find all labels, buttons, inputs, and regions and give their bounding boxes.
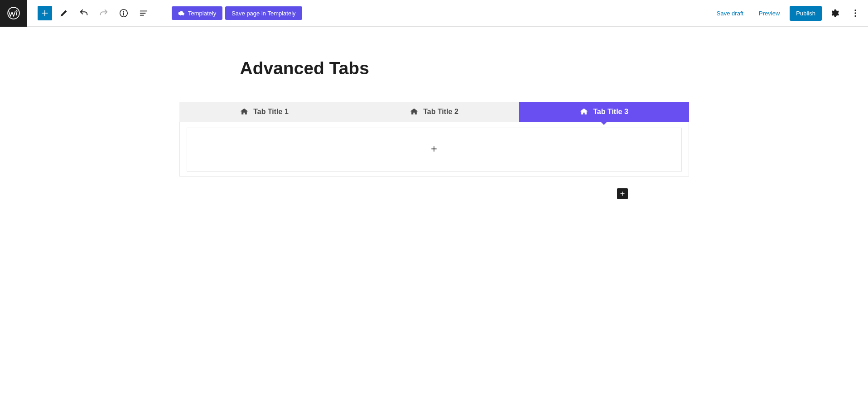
cloud-icon — [178, 10, 185, 17]
settings-button[interactable] — [826, 5, 843, 21]
undo-button[interactable] — [76, 5, 92, 21]
block-inserter-button[interactable] — [38, 6, 52, 20]
tabs-body[interactable] — [187, 128, 682, 172]
gear-icon — [829, 8, 839, 18]
tabs-body-outer — [179, 122, 689, 177]
save-templately-label: Save page in Templately — [231, 10, 295, 17]
add-content-button[interactable] — [430, 145, 438, 155]
pencil-icon — [59, 8, 69, 18]
tabs-header: Tab Title 1 Tab Title 2 Tab Title 3 — [179, 102, 689, 122]
wordpress-logo-button[interactable] — [0, 0, 27, 27]
home-icon — [410, 107, 419, 116]
svg-point-5 — [183, 15, 184, 16]
svg-point-6 — [854, 10, 856, 11]
more-options-button[interactable] — [847, 5, 863, 21]
advanced-tabs-block[interactable]: Tab Title 1 Tab Title 2 Tab Title 3 — [179, 102, 689, 177]
plus-icon — [619, 190, 626, 197]
plus-icon — [430, 145, 438, 153]
publish-button[interactable]: Publish — [790, 6, 822, 21]
tab-item-2[interactable]: Tab Title 2 — [349, 102, 519, 122]
info-icon — [119, 8, 129, 18]
undo-icon — [79, 8, 89, 18]
save-draft-button[interactable]: Save draft — [711, 6, 749, 20]
page-title[interactable]: Advanced Tabs — [179, 58, 689, 78]
list-view-button[interactable] — [135, 5, 152, 21]
tab-item-3[interactable]: Tab Title 3 — [519, 102, 689, 122]
list-view-icon — [139, 8, 149, 18]
wordpress-icon — [7, 7, 20, 19]
tab-label: Tab Title 2 — [423, 108, 458, 116]
block-appender-row — [179, 188, 689, 199]
svg-point-4 — [182, 15, 183, 16]
preview-button[interactable]: Preview — [753, 6, 785, 20]
more-vertical-icon — [850, 8, 860, 18]
svg-point-3 — [180, 15, 181, 16]
svg-point-7 — [854, 12, 856, 14]
svg-point-2 — [123, 11, 124, 12]
toolbar-left: Templately Save page in Templately — [27, 5, 302, 21]
redo-icon — [99, 8, 109, 18]
editor-canvas: Advanced Tabs Tab Title 1 Tab Title 2 Ta… — [0, 27, 868, 199]
tab-label: Tab Title 1 — [253, 108, 289, 116]
templately-label: Templately — [188, 10, 216, 17]
plus-icon — [40, 9, 49, 18]
templately-button[interactable]: Templately — [172, 6, 222, 20]
tab-label: Tab Title 3 — [593, 108, 628, 116]
block-appender-button[interactable] — [617, 188, 628, 199]
info-button[interactable] — [116, 5, 132, 21]
toolbar-right: Save draft Preview Publish — [711, 5, 868, 21]
svg-point-8 — [854, 15, 856, 17]
editor-topbar: Templately Save page in Templately Save … — [0, 0, 868, 27]
home-icon — [240, 107, 249, 116]
save-templately-button[interactable]: Save page in Templately — [225, 6, 302, 20]
home-icon — [579, 107, 588, 116]
templately-group: Templately Save page in Templately — [172, 6, 302, 20]
edit-mode-button[interactable] — [56, 5, 72, 21]
tab-item-1[interactable]: Tab Title 1 — [179, 102, 349, 122]
redo-button — [96, 5, 112, 21]
